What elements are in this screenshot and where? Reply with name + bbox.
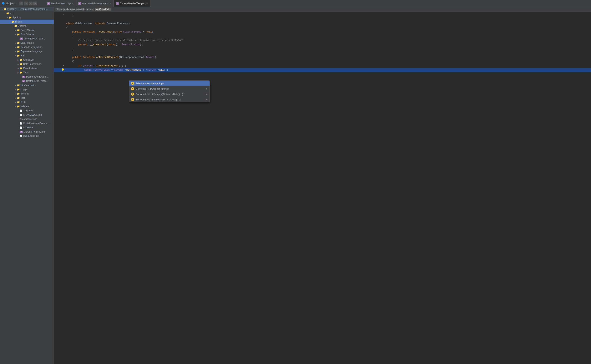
- type-folder-icon: 📁: [20, 71, 23, 74]
- intention-icon-4: ✎: [131, 98, 134, 101]
- test-folder-icon: 📁: [17, 97, 20, 99]
- tree-doctrineormtypec[interactable]: P DoctrineOrmTypeC…: [0, 79, 54, 83]
- fold-arrow[interactable]: ▾: [63, 64, 64, 68]
- containeraware-file-icon: 📄: [20, 122, 22, 125]
- tree-doctrinedatacollec[interactable]: P DoctrineDataCollec…: [0, 37, 54, 41]
- php-icon-2: P: [78, 2, 81, 5]
- tree-containerawareeventm[interactable]: 📄 ContainerAwareEventM…: [0, 121, 54, 125]
- tree-root[interactable]: ▾ 📁 symfony2 (~/PhpstormProjects/symfo…: [0, 7, 54, 11]
- project-name: Project: [6, 2, 14, 5]
- doctrinedatacollec-label: DoctrineDataCollec…: [23, 37, 45, 40]
- tree-type[interactable]: ▶ 📁 Type: [0, 70, 54, 75]
- intention-item-surround-ifisset[interactable]: ✎ Surround with 'if(isset($this->...rDat…: [129, 97, 209, 102]
- tab1-close[interactable]: ✕: [72, 2, 73, 5]
- tree-form[interactable]: ▾ 📁 Form: [0, 53, 54, 58]
- code-line: {: [54, 34, 591, 38]
- bridge-label: Bridge: [15, 20, 22, 23]
- validator-folder-icon: 📁: [17, 105, 20, 108]
- tree-managerregistry[interactable]: P ManagerRegistry.php: [0, 130, 54, 134]
- gitignore-label: .gitignore: [23, 109, 32, 112]
- tree-expressionlanguage[interactable]: ▶ 📁 ExpressionLanguage: [0, 49, 54, 53]
- tree-choicelist[interactable]: ▶ 📁 ChoiceList: [0, 58, 54, 62]
- breadcrumb-namespace[interactable]: \Monolog\Processor\WebProcessor: [55, 8, 94, 11]
- line-content: parent::__construct(array(), $extraField…: [65, 43, 591, 47]
- tree-tests[interactable]: ▶ 📁 Tests: [0, 100, 54, 104]
- tab-src-webprocessor-php[interactable]: P src/…/WebProcessor.php ✕: [76, 0, 114, 7]
- tree-doctrineormextens[interactable]: P DoctrineOrmExtens…: [0, 75, 54, 79]
- toolbar-icon-pause[interactable]: ⏸: [33, 1, 37, 5]
- symfony-arrow: ▾: [6, 17, 9, 19]
- license-file-icon: 📄: [20, 126, 22, 129]
- tab2-close[interactable]: ✕: [110, 2, 111, 5]
- code-line: {: [54, 59, 591, 64]
- tree-logger[interactable]: ▶ 📁 Logger: [0, 87, 54, 91]
- project-dropdown-arrow[interactable]: ▾: [15, 2, 17, 5]
- tab-consolehandlertest-php[interactable]: P ConsoleHandlerTest.php ✕: [114, 0, 150, 7]
- tabs-bar: P WebProcessor.php ✕ P src/…/WebProcesso…: [45, 0, 590, 7]
- intention-submenu-arrow-3: ▶: [206, 93, 208, 95]
- tree-datatransformer[interactable]: ▶ 📁 DataTransformer: [0, 62, 54, 66]
- tree-cachewarmer[interactable]: ▶ 📁 CacheWarmer: [0, 28, 54, 32]
- tree-license[interactable]: 📄 LICENSE: [0, 125, 54, 130]
- tree-doctrine[interactable]: ▾ 📁 Doctrine: [0, 24, 54, 28]
- tree-security[interactable]: ▶ 📁 Security: [0, 91, 54, 96]
- intention-icon-2: ✎: [131, 87, 134, 90]
- code-line: parent::__construct(array(), $extraField…: [54, 43, 591, 47]
- httpfoundation-folder-icon: 📁: [17, 84, 20, 87]
- intention-label-4: Surround with 'if(isset($this->...rData)…: [136, 98, 204, 101]
- type-label: Type: [23, 71, 28, 74]
- tree-symfony[interactable]: ▾ 📁 Symfony: [0, 15, 54, 20]
- code-line: ▾ }: [54, 13, 591, 17]
- breadcrumb: \Monolog\Processor\WebProcessor addExtra…: [54, 7, 591, 12]
- datatransformer-label: DataTransformer: [23, 63, 41, 65]
- tree-gitignore[interactable]: 📄 .gitignore: [0, 109, 54, 113]
- php-icon: P: [47, 2, 50, 5]
- intention-item-adjust-code-style[interactable]: ✎ Adjust code style settings: [129, 81, 209, 86]
- httpfoundation-label: HttpFoundation: [21, 84, 36, 87]
- tests-label: Tests: [21, 101, 26, 104]
- tree-src[interactable]: ▾ 📁 src: [0, 11, 54, 15]
- tree-dependencyinjection[interactable]: ▶ 📁 DependencyInjection: [0, 45, 54, 49]
- datatransformer-arrow: ▶: [17, 63, 20, 65]
- intention-submenu-arrow-2: ▶: [206, 87, 208, 90]
- managerregistry-label: ManagerRegistry.php: [23, 130, 45, 133]
- tab3-label: ConsoleHandlerTest.php: [120, 2, 145, 5]
- tree-test[interactable]: ▶ 📁 Test: [0, 96, 54, 100]
- tree-composer-json[interactable]: {} composer.json: [0, 117, 54, 121]
- form-arrow: ▾: [14, 55, 17, 57]
- tree-datacollector[interactable]: ▾ 📁 DataCollector: [0, 32, 54, 37]
- toolbar-icon-settings[interactable]: ⚙: [29, 1, 32, 5]
- tab-webprocessor-php[interactable]: P WebProcessor.php ✕: [45, 0, 76, 7]
- intention-item-generate-phpdoc[interactable]: ✎ Generate PHPDoc for function ▶: [129, 86, 209, 91]
- tree-phpunit-xml-dist[interactable]: 📄 phpunit.xml.dist: [0, 134, 54, 138]
- intention-label-3: Surround with 'if(!empty($this->...rData…: [136, 93, 204, 96]
- datafixtures-arrow: ▶: [14, 42, 17, 44]
- breadcrumb-method[interactable]: addExtraField: [95, 8, 111, 11]
- tree-httpfoundation[interactable]: ▶ 📁 HttpFoundation: [0, 83, 54, 87]
- managerregistry-file-icon: P: [20, 131, 23, 133]
- security-folder-icon: 📁: [17, 92, 20, 95]
- tree-bridge[interactable]: ▾ 📁 Bridge: [0, 20, 54, 24]
- line-content: {: [65, 34, 591, 38]
- root-folder-icon: 📁: [3, 8, 6, 10]
- sidebar[interactable]: ▾ 📁 symfony2 (~/PhpstormProjects/symfo… …: [0, 7, 54, 364]
- symfony-label: Symfony: [13, 16, 22, 19]
- tree-changelog[interactable]: 📄 CHANGELOG.md: [0, 113, 54, 117]
- toolbar-icon-refresh[interactable]: ⟳: [19, 1, 23, 5]
- tab3-close[interactable]: ✕: [146, 2, 148, 5]
- code-line: ▾ if ($event->isMasterRequest()) {: [54, 64, 591, 68]
- intention-item-surround-ifempty[interactable]: ✎ Surround with 'if(!empty($this->...rDa…: [129, 91, 209, 97]
- toolbar-icon-sync[interactable]: ⇅: [24, 1, 28, 5]
- intention-label-1: Adjust code style settings: [136, 82, 208, 85]
- datafixtures-folder-icon: 📁: [17, 42, 20, 44]
- doctrineormextens-label: DoctrineOrmExtens…: [26, 75, 49, 78]
- intention-popup[interactable]: ✎ Adjust code style settings ✎ Generate …: [129, 80, 210, 102]
- editor-area[interactable]: ▾ } class WebProcessor extends BaseWebPr…: [54, 12, 591, 364]
- line-gutter: 💡 ▾: [62, 68, 65, 72]
- intention-bulb[interactable]: 💡: [61, 68, 65, 72]
- tree-eventlistener[interactable]: ▶ 📁 EventListener: [0, 66, 54, 70]
- tree-datafixtures[interactable]: ▶ 📁 DataFixtures: [0, 41, 54, 45]
- doctrinedatacollec-file-icon: P: [20, 38, 23, 40]
- code-line: // Pass an empty array as the default nu…: [54, 38, 591, 43]
- tree-validator[interactable]: ▶ 📁 Validator: [0, 104, 54, 109]
